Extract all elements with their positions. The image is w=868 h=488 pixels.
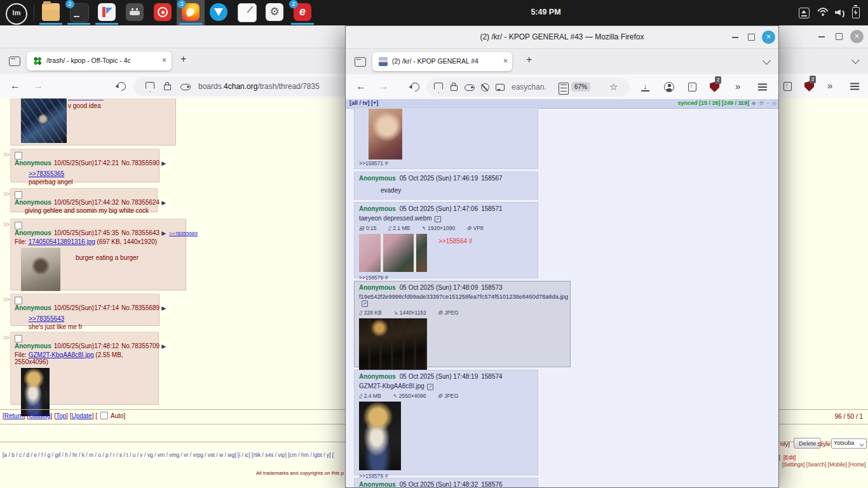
post-menu-icon[interactable]: ▶ — [161, 160, 166, 166]
file-name[interactable]: f19e542f2e9998cfd99ade33397ce151258fea7f… — [359, 294, 566, 307]
shield-icon[interactable] — [146, 82, 154, 92]
open-external-icon[interactable]: ↗ — [435, 216, 441, 222]
taskbar-item-settings[interactable] — [261, 0, 288, 25]
message-icon[interactable] — [496, 84, 505, 91]
post-menu-icon[interactable]: ▶ — [161, 305, 166, 311]
post-thumbnail[interactable] — [359, 402, 401, 470]
post-number[interactable]: No.78355624 — [121, 199, 159, 206]
lock-icon[interactable] — [164, 85, 171, 90]
bookmark-star-icon[interactable]: ☆ — [609, 81, 618, 93]
fg-url-bar[interactable]: easychan. 67% ☆ — [426, 78, 630, 97]
file-name[interactable]: taeyeon depressed.webm↗ — [359, 215, 533, 222]
post-checkbox[interactable] — [15, 335, 22, 342]
top-link[interactable]: Top — [54, 412, 68, 419]
board-list[interactable]: [a / b / c / d / e / f / g / gif / h / h… — [3, 452, 334, 458]
taskbar-item-text-editor[interactable] — [233, 0, 261, 25]
post-thumbnail[interactable] — [21, 248, 60, 291]
post-checkbox[interactable] — [15, 191, 22, 199]
reply-backlink[interactable]: >>78355689 — [169, 231, 198, 236]
taskbar-item-librewolf[interactable] — [205, 0, 233, 25]
taskbar-item-terminal[interactable]: 2 — [65, 0, 93, 25]
taskbar-item-freetube[interactable] — [93, 0, 121, 25]
close-button[interactable]: × — [850, 30, 864, 43]
list-tabs-icon[interactable] — [763, 57, 771, 65]
back-button[interactable]: ← — [10, 80, 20, 92]
post-menu-icon[interactable]: ▶ — [161, 230, 166, 236]
file-link[interactable]: GZM2T-KbgAA8c8I.jpg — [29, 351, 94, 358]
eject-icon[interactable] — [799, 8, 810, 18]
volume-icon[interactable] — [835, 8, 846, 17]
post-checkbox[interactable] — [15, 297, 22, 304]
reader-mode-icon[interactable] — [559, 83, 569, 95]
share-icon[interactable] — [688, 83, 696, 92]
quote-link[interactable]: >>78355643 — [29, 315, 155, 322]
close-tab-icon[interactable]: × — [162, 56, 166, 65]
post-thumbnail[interactable] — [359, 318, 427, 372]
maximize-button[interactable] — [836, 33, 843, 40]
post-number[interactable]: No.78355590 — [121, 159, 159, 166]
open-external-icon[interactable]: ↗ — [427, 384, 433, 390]
firefox-view-icon[interactable] — [9, 57, 20, 66]
update-link[interactable]: Update — [70, 412, 94, 419]
post-number[interactable]: 158567 — [481, 175, 502, 182]
quote-link-stub[interactable] — [68, 100, 104, 100]
list-tabs-icon[interactable] — [851, 56, 860, 64]
permissions-toggle-icon[interactable] — [180, 84, 191, 90]
tracking-off-icon[interactable] — [481, 83, 489, 92]
post-checkbox[interactable] — [15, 152, 22, 159]
minimize-button[interactable] — [732, 37, 738, 38]
post-number[interactable]: 158576 — [481, 481, 502, 487]
edit-link[interactable]: [Edit] — [783, 454, 796, 461]
overflow-menu-icon[interactable]: » — [735, 81, 740, 92]
shield-icon[interactable] — [434, 83, 443, 93]
reply-backlink[interactable]: >>158579 # — [359, 274, 533, 281]
board-nav-links[interactable]: [all / tv] [+] — [349, 100, 378, 106]
header-tool-icons[interactable]: ℹ ∞ ☻ ⚙ ~ ◎ — [740, 100, 777, 106]
new-tab-button[interactable]: + — [526, 54, 532, 65]
post-checkbox[interactable] — [15, 222, 22, 229]
post-menu-icon[interactable]: ▶ — [161, 200, 166, 206]
taskbar-item-retroarch[interactable] — [121, 0, 149, 25]
post-number[interactable]: No.78355709 — [121, 342, 159, 349]
maximize-button[interactable] — [748, 34, 755, 41]
reload-icon[interactable] — [409, 81, 421, 93]
zoom-level-badge[interactable]: 67% — [571, 82, 590, 92]
clock[interactable]: 5:49 PM — [524, 8, 568, 17]
open-external-icon[interactable]: ↗ — [362, 301, 368, 307]
forward-button[interactable]: → — [33, 80, 43, 92]
taskbar-item-firefox[interactable]: 3 — [177, 0, 205, 25]
reload-icon[interactable] — [115, 80, 128, 93]
url-text[interactable]: easychan. — [512, 83, 546, 92]
taskbar-item-mail[interactable]: 2 e — [288, 0, 316, 25]
catalog-link[interactable]: Catalog — [27, 412, 52, 419]
fg-window-titlebar[interactable]: (2) /kr/ - KPOP GENERAL #43 — Mozilla Fi… — [346, 26, 778, 49]
hamburger-menu-icon[interactable] — [758, 86, 767, 88]
share-icon[interactable] — [783, 82, 792, 91]
lock-icon[interactable] — [451, 85, 458, 91]
post-thumbnail[interactable] — [21, 98, 67, 143]
account-icon[interactable] — [664, 82, 674, 92]
overflow-menu-icon[interactable]: » — [827, 80, 832, 91]
battery-icon[interactable] — [852, 7, 860, 18]
post-thumbnail[interactable] — [359, 234, 427, 272]
mint-menu-button[interactable]: lm — [6, 3, 27, 25]
firefox-view-icon[interactable] — [355, 57, 366, 67]
wifi-icon[interactable] — [817, 8, 829, 17]
taskbar-item-files[interactable] — [37, 0, 65, 25]
forward-button[interactable]: → — [379, 81, 389, 92]
quote-link[interactable]: >>78355365 — [29, 170, 155, 177]
post-number[interactable]: No.78355643 — [121, 229, 159, 236]
url-text[interactable]: boards.4chan.org/trash/thread/7835 — [198, 82, 320, 91]
close-button[interactable]: × — [762, 30, 775, 44]
permissions-toggle-icon[interactable] — [465, 85, 475, 91]
tab-kpop-general[interactable]: (2) /kr/ - KPOP GENERAL #4 × — [372, 52, 512, 71]
minimize-button[interactable] — [818, 36, 825, 37]
footer-links[interactable]: [Settings] [Search] [Mobile] [Home] — [782, 461, 865, 468]
post-number[interactable]: 158573 — [481, 284, 502, 291]
file-name[interactable]: GZM2T-KbgAA8c8I.jpg↗ — [359, 383, 533, 390]
back-button[interactable]: ← — [356, 81, 366, 92]
auto-checkbox[interactable] — [100, 412, 108, 419]
return-link[interactable]: Return — [3, 412, 25, 419]
post-number[interactable]: 158571 — [481, 205, 502, 212]
style-select[interactable]: Yotsuba — [831, 438, 867, 449]
